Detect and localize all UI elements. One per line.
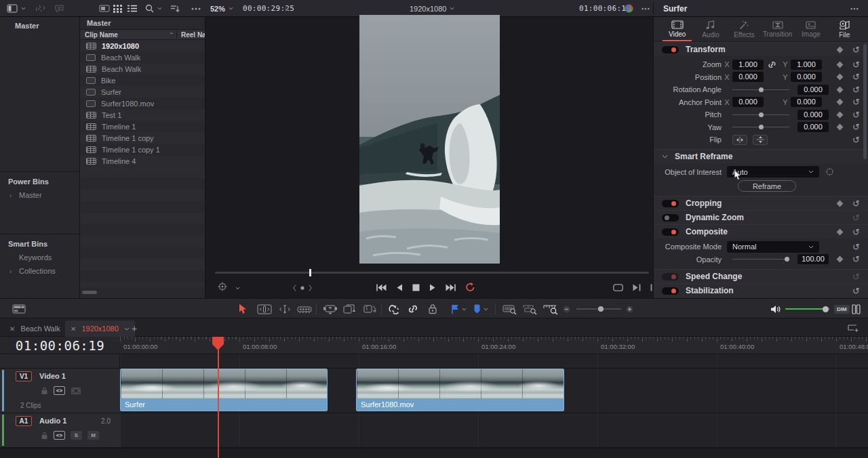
tab-file[interactable]: File bbox=[828, 17, 861, 41]
expander-icon[interactable]: › bbox=[9, 192, 19, 199]
composite-enable-toggle[interactable] bbox=[662, 228, 679, 236]
thumbnail-view-icon[interactable] bbox=[99, 0, 110, 17]
list-item[interactable]: Surfer1080.mov bbox=[80, 98, 205, 109]
zoom-y-input[interactable]: 1.000 bbox=[791, 60, 822, 70]
position-y-input[interactable]: 0.000 bbox=[791, 72, 822, 82]
reset-icon[interactable]: ↺ bbox=[852, 60, 860, 69]
color-managed-icon[interactable] bbox=[625, 0, 633, 17]
smart-reframe-section-header[interactable]: Smart Reframe bbox=[654, 149, 868, 163]
transform-section-header[interactable]: Transform ↺ bbox=[654, 42, 868, 56]
keyframe-icon[interactable] bbox=[837, 256, 844, 263]
marker-dropdown-icon[interactable] bbox=[484, 299, 488, 319]
chevron-down-icon[interactable] bbox=[662, 154, 668, 159]
speed-change-section-header[interactable]: Speed Change ↺ bbox=[654, 269, 868, 283]
sort-icon[interactable] bbox=[171, 0, 180, 17]
stabilization-section-header[interactable]: Stabilization ↺ bbox=[654, 283, 868, 297]
opacity-slider[interactable] bbox=[732, 254, 789, 264]
flip-horizontal-button[interactable] bbox=[732, 135, 747, 145]
cropping-section-header[interactable]: Cropping ↺ bbox=[654, 196, 868, 210]
tab-effects[interactable]: Effects bbox=[728, 17, 761, 41]
cropping-enable-toggle[interactable] bbox=[662, 200, 679, 207]
jog-wheel-icon[interactable] bbox=[293, 282, 312, 294]
keyframe-icon[interactable] bbox=[837, 200, 844, 207]
zoom-x-input[interactable]: 1.000 bbox=[732, 60, 764, 70]
power-bin-master[interactable]: › Master bbox=[0, 188, 80, 202]
media-pool-hscrollbar[interactable] bbox=[80, 291, 205, 294]
audio-track-header[interactable]: A1 Audio 1 2.0 <> S M bbox=[0, 413, 120, 447]
selection-tool-icon[interactable] bbox=[239, 299, 247, 319]
viewer-scrubber[interactable] bbox=[215, 272, 649, 274]
composite-mode-select[interactable]: Normal bbox=[727, 241, 819, 253]
keyframe-icon[interactable] bbox=[837, 99, 844, 106]
keyframe-icon[interactable] bbox=[837, 61, 844, 68]
overwrite-clip-icon[interactable] bbox=[342, 299, 356, 319]
viewer-options-icon[interactable] bbox=[218, 282, 227, 294]
trim-edit-icon[interactable] bbox=[257, 299, 272, 319]
pitch-input[interactable]: 0.000 bbox=[797, 110, 829, 120]
list-item[interactable]: Beach Walk bbox=[80, 51, 205, 63]
play-icon[interactable] bbox=[429, 282, 436, 294]
track-filmstrip-icon[interactable] bbox=[71, 387, 81, 395]
transform-enable-toggle[interactable] bbox=[662, 46, 679, 54]
reset-icon[interactable]: ↺ bbox=[852, 85, 860, 94]
reset-icon[interactable]: ↺ bbox=[852, 98, 860, 106]
list-item[interactable]: Surfer bbox=[80, 86, 205, 98]
cinema-viewer-icon[interactable] bbox=[613, 282, 623, 294]
flip-vertical-button[interactable] bbox=[753, 135, 768, 145]
zoom-out-icon[interactable] bbox=[563, 299, 570, 319]
insert-clip-icon[interactable] bbox=[323, 299, 338, 319]
keyframe-icon[interactable] bbox=[837, 111, 844, 118]
loop-icon[interactable] bbox=[465, 282, 475, 294]
close-icon[interactable]: ✕ bbox=[71, 325, 76, 333]
go-to-first-frame-icon[interactable] bbox=[376, 282, 387, 294]
dynamic-zoom-enable-toggle[interactable] bbox=[662, 214, 679, 222]
zoom-fit-icon[interactable] bbox=[502, 299, 517, 319]
go-to-last-frame-icon[interactable] bbox=[446, 282, 456, 294]
flag-icon[interactable] bbox=[451, 299, 459, 319]
speed-change-enable-toggle[interactable] bbox=[662, 273, 679, 280]
timeline-clip-surfer1080[interactable]: Surfer1080.mov bbox=[356, 369, 564, 411]
viewer-scrubber-playhead[interactable] bbox=[309, 269, 311, 276]
add-timeline-tab-button[interactable]: + bbox=[127, 320, 141, 337]
timeline-view-options-icon[interactable] bbox=[848, 318, 859, 337]
reset-icon[interactable]: ↺ bbox=[852, 243, 860, 251]
marker-icon[interactable] bbox=[473, 299, 481, 319]
grid-view-icon[interactable] bbox=[113, 0, 122, 17]
smart-bin-keywords[interactable]: Keywords bbox=[0, 251, 80, 264]
media-pool-toggle-icon[interactable] bbox=[7, 0, 26, 17]
volume-slider-track[interactable] bbox=[785, 308, 825, 310]
link-xy-icon[interactable] bbox=[768, 61, 776, 68]
mixer-icon[interactable] bbox=[852, 299, 861, 319]
solo-button[interactable]: S bbox=[71, 431, 82, 440]
close-icon[interactable]: ✕ bbox=[9, 325, 15, 333]
auto-select-icon[interactable]: <> bbox=[54, 431, 65, 440]
mute-button[interactable]: M bbox=[87, 431, 99, 440]
opacity-input[interactable]: 100.00 bbox=[797, 254, 829, 264]
list-item[interactable]: Beach Walk bbox=[80, 63, 205, 75]
zoom-in-icon[interactable] bbox=[626, 299, 633, 319]
tab-video[interactable]: Video bbox=[660, 17, 694, 41]
sync-bin-icon[interactable] bbox=[35, 0, 45, 17]
reset-icon[interactable]: ↺ bbox=[852, 110, 860, 119]
timeline-tab-1920x1080[interactable]: ✕ 1920x1080 bbox=[65, 320, 135, 337]
annotation-icon[interactable] bbox=[54, 0, 64, 17]
timeline-zoom-slider[interactable] bbox=[575, 299, 623, 319]
zoom-level-select[interactable]: 52% bbox=[210, 0, 233, 17]
list-item[interactable]: Bike bbox=[80, 75, 205, 86]
track-lock-icon[interactable] bbox=[41, 387, 48, 395]
blade-tool-icon[interactable] bbox=[297, 299, 312, 319]
position-lock-icon[interactable] bbox=[428, 299, 437, 319]
video-track-badge[interactable]: V1 bbox=[16, 371, 32, 381]
reset-icon[interactable]: ↺ bbox=[852, 255, 860, 264]
reset-icon[interactable]: ↺ bbox=[852, 199, 860, 208]
list-item[interactable]: Timeline 1 copy bbox=[80, 132, 205, 144]
list-item[interactable]: Timeline 1 bbox=[80, 121, 205, 132]
keyframe-icon[interactable] bbox=[837, 124, 844, 131]
speaker-icon[interactable] bbox=[770, 299, 781, 319]
list-item[interactable]: 1920x1080 bbox=[80, 40, 205, 51]
reset-icon[interactable]: ↺ bbox=[852, 213, 860, 222]
audio-track-badge[interactable]: A1 bbox=[16, 416, 32, 426]
dynamic-trim-icon[interactable] bbox=[277, 299, 292, 319]
video-frame-surfer[interactable] bbox=[359, 15, 500, 264]
playhead-line[interactable] bbox=[218, 337, 219, 458]
